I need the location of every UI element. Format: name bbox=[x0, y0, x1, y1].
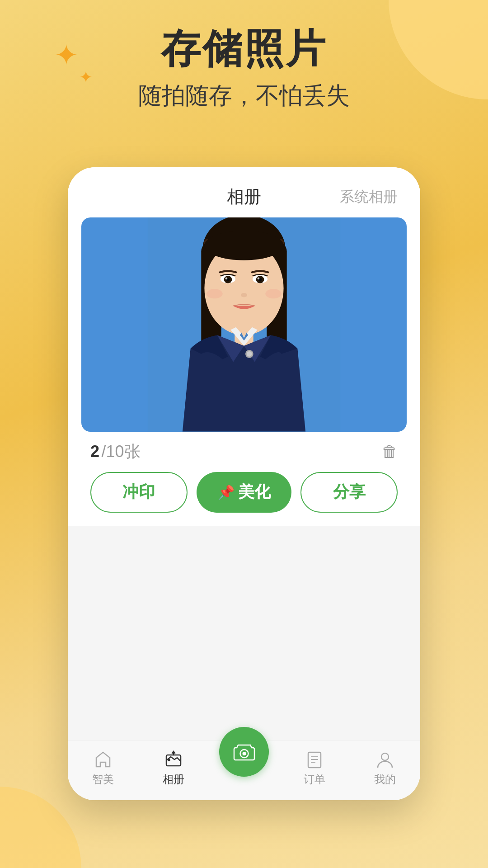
delete-button[interactable]: 🗑 bbox=[381, 442, 398, 461]
title-section: 存储照片 随拍随存，不怕丢失 bbox=[0, 27, 488, 112]
nav-item-order[interactable]: 订单 bbox=[279, 750, 350, 787]
action-buttons-row: 冲印 📌 美化 分享 bbox=[68, 472, 420, 526]
profile-icon bbox=[375, 750, 395, 769]
svg-point-17 bbox=[265, 289, 282, 298]
beautify-label: 美化 bbox=[238, 481, 271, 503]
svg-point-16 bbox=[206, 289, 223, 298]
print-button[interactable]: 冲印 bbox=[90, 472, 188, 513]
nav-item-home[interactable]: 智美 bbox=[68, 750, 138, 787]
svg-point-20 bbox=[247, 351, 252, 357]
nav-label-order: 订单 bbox=[304, 772, 325, 787]
main-title: 存储照片 bbox=[0, 27, 488, 71]
id-photo-svg bbox=[81, 217, 407, 432]
total-count: /10张 bbox=[101, 442, 140, 461]
phone-mockup: 相册 系统相册 bbox=[68, 167, 420, 800]
current-count: 2 bbox=[90, 442, 99, 461]
album-icon bbox=[164, 750, 183, 769]
nav-label-album: 相册 bbox=[163, 772, 184, 787]
pin-icon: 📌 bbox=[218, 484, 235, 500]
svg-point-6 bbox=[204, 231, 283, 260]
nav-label-profile: 我的 bbox=[374, 772, 396, 787]
home-icon bbox=[93, 750, 113, 769]
nav-item-album[interactable]: 相册 bbox=[138, 750, 209, 787]
photo-count: 2 /10张 bbox=[90, 441, 141, 463]
beautify-button[interactable]: 📌 美化 bbox=[197, 472, 292, 513]
bottom-spacer bbox=[68, 526, 420, 741]
share-button[interactable]: 分享 bbox=[300, 472, 398, 513]
tab-album[interactable]: 相册 bbox=[227, 185, 261, 208]
phone-header: 相册 系统相册 bbox=[68, 167, 420, 217]
camera-fab-button[interactable] bbox=[219, 727, 269, 777]
svg-point-15 bbox=[241, 293, 247, 297]
svg-point-14 bbox=[258, 278, 260, 280]
sub-title: 随拍随存，不怕丢失 bbox=[0, 80, 488, 112]
svg-point-29 bbox=[381, 753, 389, 760]
bottom-navigation: 智美 相册 bbox=[68, 740, 420, 800]
svg-point-24 bbox=[242, 752, 246, 755]
nav-item-profile[interactable]: 我的 bbox=[350, 750, 420, 787]
svg-point-10 bbox=[225, 278, 228, 280]
tab-system-album[interactable]: 系统相册 bbox=[340, 187, 398, 207]
nav-label-home: 智美 bbox=[92, 772, 114, 787]
photo-display-area bbox=[81, 217, 407, 432]
photo-counter-row: 2 /10张 🗑 bbox=[68, 432, 420, 472]
camera-fab-icon bbox=[232, 740, 257, 764]
order-icon bbox=[305, 750, 324, 769]
